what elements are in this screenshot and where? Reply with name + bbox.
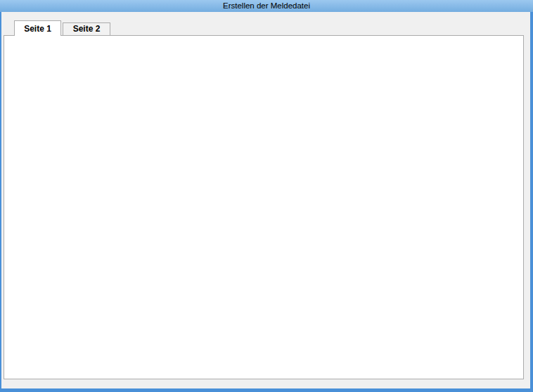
title-bar: Erstellen der Meldedatei [0, 0, 533, 12]
tab-seite-2[interactable]: Seite 2 [63, 22, 110, 35]
tab-page [4, 35, 524, 379]
window-title: Erstellen der Meldedatei [0, 0, 533, 12]
dialog-window: Erstellen der Meldedatei Seite 1 Seite 2… [0, 0, 533, 392]
tab-seite-1[interactable]: Seite 1 [14, 20, 61, 36]
